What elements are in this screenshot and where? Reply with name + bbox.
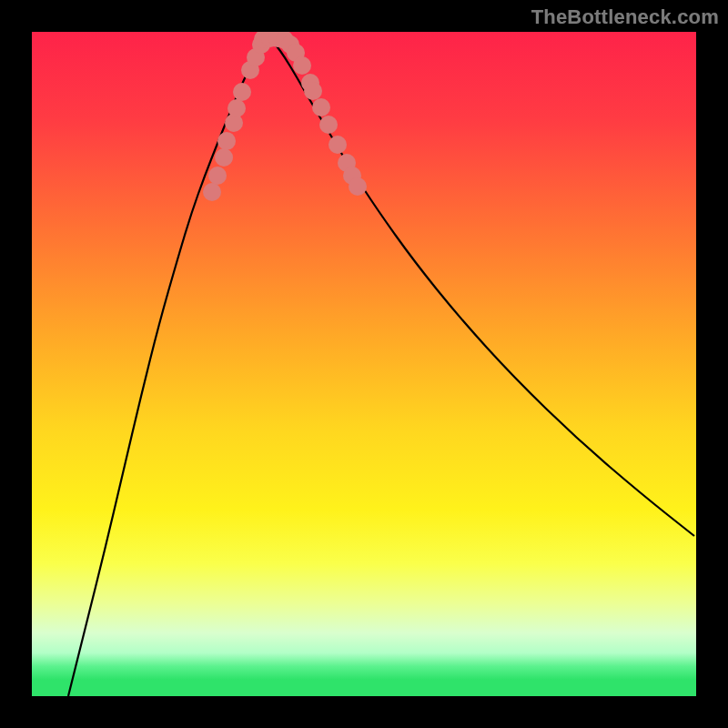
sample-dot [228, 99, 246, 117]
sample-dot [293, 56, 311, 75]
bottleneck-curve-right [268, 37, 694, 536]
sample-dot [329, 136, 347, 154]
bottleneck-curve-left [68, 37, 268, 696]
sample-dot [233, 83, 251, 101]
watermark-text: TheBottleneck.com [531, 5, 719, 29]
sample-dot [208, 167, 227, 185]
sample-dot [349, 177, 367, 196]
plot-area [32, 32, 696, 696]
sample-dot [203, 183, 221, 201]
outer-frame: TheBottleneck.com [0, 0, 728, 728]
sample-dot [319, 116, 338, 134]
sample-dot [215, 148, 233, 167]
sample-dot [217, 132, 236, 150]
curve-layer [32, 32, 696, 696]
sample-dot [312, 98, 330, 116]
sample-dot [304, 82, 322, 100]
